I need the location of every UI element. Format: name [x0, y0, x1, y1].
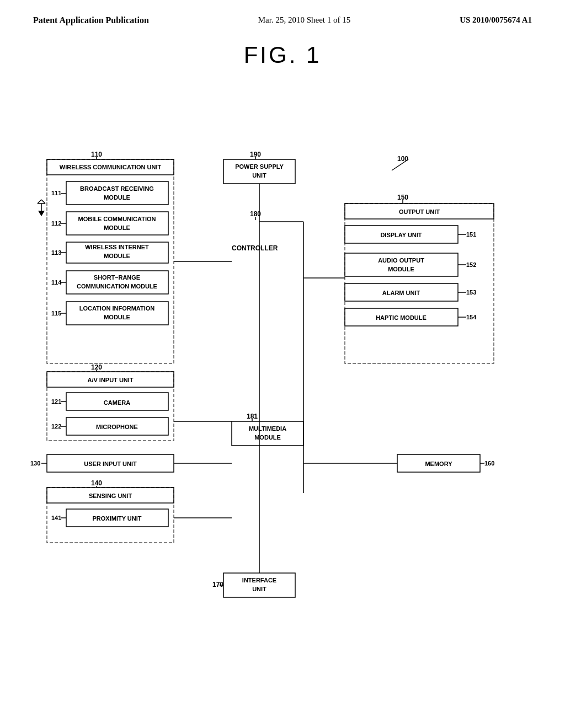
svg-text:120: 120	[91, 363, 102, 371]
svg-text:COMMUNICATION MODULE: COMMUNICATION MODULE	[77, 283, 157, 290]
fig-title: FIG. 1	[0, 42, 565, 68]
svg-text:MULTIMEDIA: MULTIMEDIA	[249, 425, 286, 432]
page-header: Patent Application Publication Mar. 25, …	[0, 0, 565, 25]
svg-text:PROXIMITY UNIT: PROXIMITY UNIT	[92, 515, 141, 522]
svg-text:WIRELESS COMMUNICATION UNIT: WIRELESS COMMUNICATION UNIT	[60, 164, 162, 170]
svg-text:140: 140	[91, 479, 102, 487]
svg-text:INTERFACE: INTERFACE	[242, 577, 276, 584]
svg-text:SENSING UNIT: SENSING UNIT	[89, 493, 132, 499]
svg-text:UNIT: UNIT	[252, 586, 266, 592]
svg-text:WIRELESS INTERNET: WIRELESS INTERNET	[85, 244, 149, 250]
svg-text:MEMORY: MEMORY	[425, 461, 452, 467]
svg-text:154: 154	[466, 314, 477, 320]
svg-text:190: 190	[250, 151, 261, 158]
svg-text:DISPLAY UNIT: DISPLAY UNIT	[380, 232, 422, 238]
svg-text:USER INPUT UNIT: USER INPUT UNIT	[84, 461, 137, 467]
svg-text:181: 181	[247, 413, 258, 420]
svg-text:HAPTIC MODULE: HAPTIC MODULE	[376, 314, 427, 321]
svg-text:MODULE: MODULE	[254, 434, 281, 441]
svg-text:MODULE: MODULE	[104, 314, 130, 320]
svg-text:152: 152	[466, 261, 476, 268]
svg-text:A/V INPUT UNIT: A/V INPUT UNIT	[87, 377, 133, 383]
svg-text:SHORT–RANGE: SHORT–RANGE	[94, 274, 140, 281]
svg-text:112: 112	[51, 220, 61, 227]
svg-text:MOBILE COMMUNICATION: MOBILE COMMUNICATION	[78, 216, 156, 222]
svg-text:UNIT: UNIT	[252, 172, 266, 179]
svg-text:MODULE: MODULE	[104, 194, 130, 201]
header-center: Mar. 25, 2010 Sheet 1 of 15	[258, 15, 350, 25]
svg-text:111: 111	[51, 190, 61, 196]
svg-text:100: 100	[397, 155, 408, 163]
svg-text:160: 160	[484, 460, 494, 467]
svg-text:ALARM UNIT: ALARM UNIT	[382, 290, 420, 296]
diagram-area: 110 WIRELESS COMMUNICATION UNIT BROADCAS…	[0, 79, 565, 686]
svg-text:114: 114	[51, 279, 62, 286]
svg-text:113: 113	[51, 249, 61, 256]
svg-text:OUTPUT UNIT: OUTPUT UNIT	[399, 208, 440, 215]
svg-line-18	[38, 200, 41, 204]
svg-text:153: 153	[466, 289, 476, 296]
svg-text:130: 130	[30, 460, 40, 467]
svg-text:115: 115	[51, 310, 61, 317]
svg-line-19	[41, 200, 45, 204]
svg-text:MODULE: MODULE	[104, 224, 130, 231]
svg-text:121: 121	[51, 398, 61, 405]
header-right: US 2010/0075674 A1	[460, 15, 532, 25]
header-left: Patent Application Publication	[33, 15, 149, 25]
svg-text:MODULE: MODULE	[104, 253, 130, 259]
svg-text:POWER SUPPLY: POWER SUPPLY	[235, 163, 284, 170]
svg-text:LOCATION INFORMATION: LOCATION INFORMATION	[79, 305, 155, 312]
svg-marker-15	[38, 211, 45, 216]
svg-text:CONTROLLER: CONTROLLER	[232, 244, 278, 252]
svg-text:141: 141	[51, 515, 61, 521]
svg-text:MODULE: MODULE	[388, 266, 414, 272]
svg-text:CAMERA: CAMERA	[104, 399, 130, 406]
svg-text:AUDIO OUTPUT: AUDIO OUTPUT	[378, 257, 424, 264]
svg-text:122: 122	[51, 423, 61, 430]
svg-text:MICROPHONE: MICROPHONE	[96, 424, 138, 430]
svg-text:110: 110	[91, 151, 102, 158]
svg-text:151: 151	[466, 231, 476, 238]
svg-text:150: 150	[397, 194, 408, 201]
svg-text:BROADCAST RECEIVING: BROADCAST RECEIVING	[80, 185, 154, 192]
svg-text:170: 170	[212, 581, 223, 588]
